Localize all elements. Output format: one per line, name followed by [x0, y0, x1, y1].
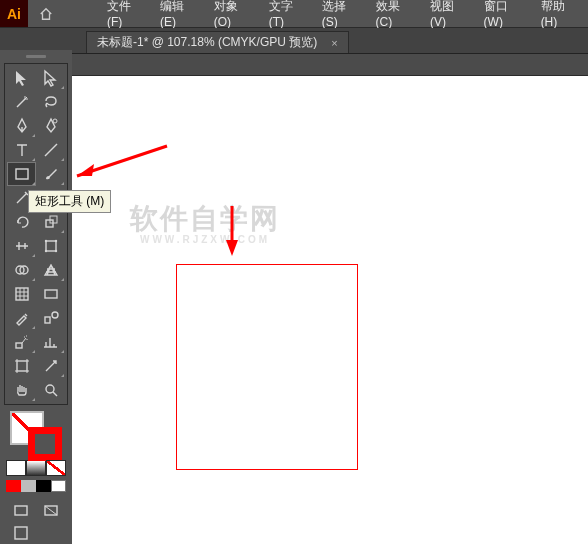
menu-effect[interactable]: 效果(C)	[369, 0, 423, 29]
menu-object[interactable]: 对象(O)	[207, 0, 262, 29]
menu-file[interactable]: 文件(F)	[100, 0, 153, 29]
svg-point-7	[44, 250, 46, 252]
svg-rect-4	[46, 241, 56, 251]
close-tab-icon[interactable]: ×	[331, 37, 337, 49]
svg-point-17	[46, 385, 54, 393]
tool-tooltip: 矩形工具 (M)	[28, 190, 111, 213]
svg-point-14	[52, 312, 58, 318]
hand-tool[interactable]	[7, 378, 36, 402]
annotation-arrow-to-shape	[226, 206, 238, 256]
menu-type[interactable]: 文字(T)	[262, 0, 315, 29]
menu-select[interactable]: 选择(S)	[315, 0, 369, 29]
menu-help[interactable]: 帮助(H)	[534, 0, 588, 29]
mesh-tool[interactable]	[7, 282, 36, 306]
free-transform-tool[interactable]	[36, 234, 65, 258]
svg-rect-11	[16, 288, 28, 300]
panel-collapse-grip[interactable]	[0, 50, 72, 63]
zoom-tool[interactable]	[36, 378, 65, 402]
svg-rect-12	[45, 290, 57, 298]
svg-point-0	[53, 119, 57, 123]
svg-rect-1	[16, 169, 28, 179]
scale-tool[interactable]	[36, 210, 65, 234]
change-screen-icon[interactable]	[6, 522, 36, 544]
type-tool[interactable]	[7, 138, 36, 162]
rectangle-tool[interactable]	[7, 162, 36, 186]
perspective-grid-tool[interactable]	[36, 258, 65, 282]
artboard-tool[interactable]	[7, 354, 36, 378]
document-tab-title: 未标题-1* @ 107.18% (CMYK/GPU 预览)	[97, 34, 317, 51]
menu-view[interactable]: 视图(V)	[423, 0, 477, 29]
rotate-tool[interactable]	[7, 210, 36, 234]
color-mode-solid[interactable]	[6, 460, 26, 476]
lasso-tool[interactable]	[36, 90, 65, 114]
eyedropper-tool[interactable]	[7, 306, 36, 330]
swatch-black[interactable]	[36, 480, 51, 492]
magic-wand-tool[interactable]	[7, 90, 36, 114]
document-canvas[interactable]: 软件自学网 WWW.RJZXW.COM	[72, 76, 588, 544]
symbol-sprayer-tool[interactable]	[7, 330, 36, 354]
blend-tool[interactable]	[36, 306, 65, 330]
svg-point-6	[54, 240, 56, 242]
gradient-tool[interactable]	[36, 282, 65, 306]
tools-panel	[4, 63, 68, 405]
width-tool[interactable]	[7, 234, 36, 258]
draw-mode-icon[interactable]	[36, 500, 66, 522]
svg-rect-16	[17, 361, 27, 371]
svg-point-5	[44, 240, 46, 242]
swatch-white[interactable]	[51, 480, 66, 492]
menu-window[interactable]: 窗口(W)	[477, 0, 534, 29]
selection-tool[interactable]	[7, 66, 36, 90]
svg-rect-20	[15, 527, 27, 539]
annotation-arrow-to-tool	[77, 146, 167, 176]
color-row	[6, 480, 66, 492]
color-mode-none[interactable]	[46, 460, 66, 476]
swatch-gray[interactable]	[21, 480, 36, 492]
shape-builder-tool[interactable]	[7, 258, 36, 282]
fill-stroke-swatch[interactable]	[6, 409, 66, 458]
screen-mode-icon[interactable]	[6, 500, 36, 522]
slice-tool[interactable]	[36, 354, 65, 378]
pen-tool[interactable]	[7, 114, 36, 138]
column-graph-tool[interactable]	[36, 330, 65, 354]
svg-point-8	[54, 250, 56, 252]
document-tab[interactable]: 未标题-1* @ 107.18% (CMYK/GPU 预览) ×	[86, 31, 349, 53]
color-mode-gradient[interactable]	[26, 460, 46, 476]
stroke-swatch[interactable]	[28, 427, 62, 461]
svg-rect-18	[15, 506, 27, 515]
swatch-red[interactable]	[6, 480, 21, 492]
curvature-tool[interactable]	[36, 114, 65, 138]
line-segment-tool[interactable]	[36, 138, 65, 162]
svg-rect-15	[16, 343, 22, 348]
menu-edit[interactable]: 编辑(E)	[153, 0, 207, 29]
svg-rect-13	[45, 317, 50, 323]
paintbrush-tool[interactable]	[36, 162, 65, 186]
direct-selection-tool[interactable]	[36, 66, 65, 90]
svg-marker-24	[226, 240, 238, 256]
